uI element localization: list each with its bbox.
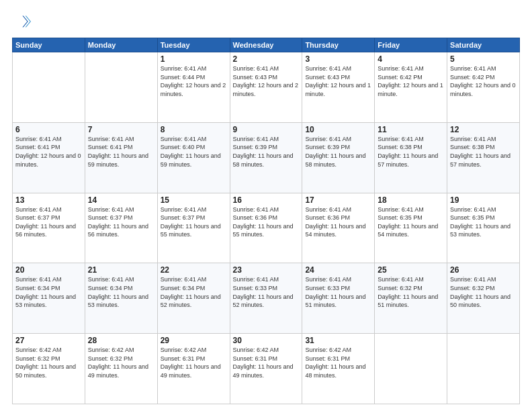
header [12, 12, 520, 31]
calendar-cell: 29Sunrise: 6:42 AM Sunset: 6:31 PM Dayli… [157, 334, 230, 404]
day-number: 30 [233, 336, 300, 345]
day-number: 24 [305, 265, 371, 275]
cell-info: Sunrise: 6:41 AM Sunset: 6:34 PM Dayligh… [15, 275, 82, 309]
calendar-week-row: 20Sunrise: 6:41 AM Sunset: 6:34 PM Dayli… [13, 263, 520, 334]
logo-icon [12, 12, 31, 31]
day-number: 13 [15, 195, 82, 205]
cell-info: Sunrise: 6:41 AM Sunset: 6:42 PM Dayligh… [450, 64, 517, 98]
calendar-cell: 8Sunrise: 6:41 AM Sunset: 6:40 PM Daylig… [157, 122, 230, 193]
calendar-cell: 13Sunrise: 6:41 AM Sunset: 6:37 PM Dayli… [13, 193, 85, 263]
calendar-cell: 7Sunrise: 6:41 AM Sunset: 6:41 PM Daylig… [85, 122, 157, 193]
cell-info: Sunrise: 6:41 AM Sunset: 6:43 PM Dayligh… [233, 64, 300, 98]
day-number: 12 [450, 125, 517, 134]
calendar-cell: 25Sunrise: 6:41 AM Sunset: 6:32 PM Dayli… [375, 263, 447, 334]
calendar-cell: 15Sunrise: 6:41 AM Sunset: 6:37 PM Dayli… [157, 193, 230, 263]
weekday-header: Wednesday [230, 38, 302, 52]
cell-info: Sunrise: 6:41 AM Sunset: 6:42 PM Dayligh… [378, 64, 444, 98]
cell-info: Sunrise: 6:41 AM Sunset: 6:40 PM Dayligh… [161, 135, 227, 169]
cell-info: Sunrise: 6:41 AM Sunset: 6:37 PM Dayligh… [88, 205, 154, 239]
weekday-header: Tuesday [157, 38, 230, 52]
calendar-cell: 4Sunrise: 6:41 AM Sunset: 6:42 PM Daylig… [375, 52, 447, 123]
day-number: 1 [161, 54, 227, 64]
page: SundayMondayTuesdayWednesdayThursdayFrid… [0, 0, 532, 411]
cell-info: Sunrise: 6:42 AM Sunset: 6:31 PM Dayligh… [305, 346, 371, 379]
calendar-cell [13, 52, 85, 123]
calendar-cell: 9Sunrise: 6:41 AM Sunset: 6:39 PM Daylig… [230, 122, 302, 193]
calendar-week-row: 13Sunrise: 6:41 AM Sunset: 6:37 PM Dayli… [13, 193, 520, 263]
cell-info: Sunrise: 6:41 AM Sunset: 6:43 PM Dayligh… [305, 64, 371, 98]
day-number: 7 [88, 125, 154, 134]
calendar-cell: 30Sunrise: 6:42 AM Sunset: 6:31 PM Dayli… [230, 334, 302, 404]
calendar-cell: 2Sunrise: 6:41 AM Sunset: 6:43 PM Daylig… [230, 52, 302, 123]
weekday-header: Thursday [302, 38, 375, 52]
calendar-week-row: 6Sunrise: 6:41 AM Sunset: 6:41 PM Daylig… [13, 122, 520, 193]
day-number: 23 [233, 265, 300, 275]
calendar-cell: 1Sunrise: 6:41 AM Sunset: 6:44 PM Daylig… [157, 52, 230, 123]
day-number: 15 [161, 195, 227, 205]
weekday-header: Sunday [13, 38, 85, 52]
day-number: 17 [305, 195, 371, 205]
calendar-cell: 3Sunrise: 6:41 AM Sunset: 6:43 PM Daylig… [302, 52, 375, 123]
calendar-cell: 16Sunrise: 6:41 AM Sunset: 6:36 PM Dayli… [230, 193, 302, 263]
cell-info: Sunrise: 6:41 AM Sunset: 6:37 PM Dayligh… [15, 205, 82, 239]
calendar-cell: 26Sunrise: 6:41 AM Sunset: 6:32 PM Dayli… [447, 263, 520, 334]
cell-info: Sunrise: 6:41 AM Sunset: 6:32 PM Dayligh… [450, 275, 517, 309]
cell-info: Sunrise: 6:41 AM Sunset: 6:41 PM Dayligh… [88, 135, 154, 169]
calendar-cell: 24Sunrise: 6:41 AM Sunset: 6:33 PM Dayli… [302, 263, 375, 334]
cell-info: Sunrise: 6:42 AM Sunset: 6:32 PM Dayligh… [88, 346, 154, 379]
calendar-cell [447, 334, 520, 404]
day-number: 31 [305, 336, 371, 345]
calendar-week-row: 27Sunrise: 6:42 AM Sunset: 6:32 PM Dayli… [13, 334, 520, 404]
calendar-cell: 17Sunrise: 6:41 AM Sunset: 6:36 PM Dayli… [302, 193, 375, 263]
cell-info: Sunrise: 6:41 AM Sunset: 6:39 PM Dayligh… [233, 135, 300, 169]
day-number: 14 [88, 195, 154, 205]
calendar-cell: 20Sunrise: 6:41 AM Sunset: 6:34 PM Dayli… [13, 263, 85, 334]
cell-info: Sunrise: 6:41 AM Sunset: 6:33 PM Dayligh… [233, 275, 300, 309]
calendar-cell: 28Sunrise: 6:42 AM Sunset: 6:32 PM Dayli… [85, 334, 157, 404]
logo [12, 12, 34, 31]
day-number: 11 [378, 125, 444, 134]
day-number: 25 [378, 265, 444, 275]
calendar-cell: 23Sunrise: 6:41 AM Sunset: 6:33 PM Dayli… [230, 263, 302, 334]
calendar-cell: 22Sunrise: 6:41 AM Sunset: 6:34 PM Dayli… [157, 263, 230, 334]
day-number: 26 [450, 265, 517, 275]
day-number: 29 [161, 336, 227, 345]
day-number: 5 [450, 54, 517, 64]
day-number: 28 [88, 336, 154, 345]
calendar: SundayMondayTuesdayWednesdayThursdayFrid… [12, 38, 520, 404]
day-number: 18 [378, 195, 444, 205]
day-number: 9 [233, 125, 300, 134]
calendar-cell: 27Sunrise: 6:42 AM Sunset: 6:32 PM Dayli… [13, 334, 85, 404]
cell-info: Sunrise: 6:41 AM Sunset: 6:36 PM Dayligh… [233, 205, 300, 239]
calendar-cell: 6Sunrise: 6:41 AM Sunset: 6:41 PM Daylig… [13, 122, 85, 193]
cell-info: Sunrise: 6:42 AM Sunset: 6:31 PM Dayligh… [233, 346, 300, 379]
cell-info: Sunrise: 6:41 AM Sunset: 6:44 PM Dayligh… [161, 64, 227, 98]
cell-info: Sunrise: 6:42 AM Sunset: 6:32 PM Dayligh… [15, 346, 82, 379]
calendar-cell: 14Sunrise: 6:41 AM Sunset: 6:37 PM Dayli… [85, 193, 157, 263]
day-number: 27 [15, 336, 82, 345]
calendar-cell: 31Sunrise: 6:42 AM Sunset: 6:31 PM Dayli… [302, 334, 375, 404]
calendar-cell [85, 52, 157, 123]
calendar-cell: 19Sunrise: 6:41 AM Sunset: 6:35 PM Dayli… [447, 193, 520, 263]
calendar-cell: 5Sunrise: 6:41 AM Sunset: 6:42 PM Daylig… [447, 52, 520, 123]
calendar-body: 1Sunrise: 6:41 AM Sunset: 6:44 PM Daylig… [13, 52, 520, 404]
cell-info: Sunrise: 6:42 AM Sunset: 6:31 PM Dayligh… [161, 346, 227, 379]
calendar-cell: 18Sunrise: 6:41 AM Sunset: 6:35 PM Dayli… [375, 193, 447, 263]
calendar-header: SundayMondayTuesdayWednesdayThursdayFrid… [13, 38, 520, 52]
day-number: 21 [88, 265, 154, 275]
weekday-header: Monday [85, 38, 157, 52]
day-number: 3 [305, 54, 371, 64]
cell-info: Sunrise: 6:41 AM Sunset: 6:38 PM Dayligh… [450, 135, 517, 169]
cell-info: Sunrise: 6:41 AM Sunset: 6:35 PM Dayligh… [450, 205, 517, 239]
day-number: 20 [15, 265, 82, 275]
weekday-row: SundayMondayTuesdayWednesdayThursdayFrid… [13, 38, 520, 52]
cell-info: Sunrise: 6:41 AM Sunset: 6:33 PM Dayligh… [305, 275, 371, 309]
cell-info: Sunrise: 6:41 AM Sunset: 6:35 PM Dayligh… [378, 205, 444, 239]
calendar-cell: 21Sunrise: 6:41 AM Sunset: 6:34 PM Dayli… [85, 263, 157, 334]
calendar-cell: 12Sunrise: 6:41 AM Sunset: 6:38 PM Dayli… [447, 122, 520, 193]
cell-info: Sunrise: 6:41 AM Sunset: 6:34 PM Dayligh… [161, 275, 227, 309]
cell-info: Sunrise: 6:41 AM Sunset: 6:38 PM Dayligh… [378, 135, 444, 169]
cell-info: Sunrise: 6:41 AM Sunset: 6:32 PM Dayligh… [378, 275, 444, 309]
calendar-week-row: 1Sunrise: 6:41 AM Sunset: 6:44 PM Daylig… [13, 52, 520, 123]
day-number: 2 [233, 54, 300, 64]
